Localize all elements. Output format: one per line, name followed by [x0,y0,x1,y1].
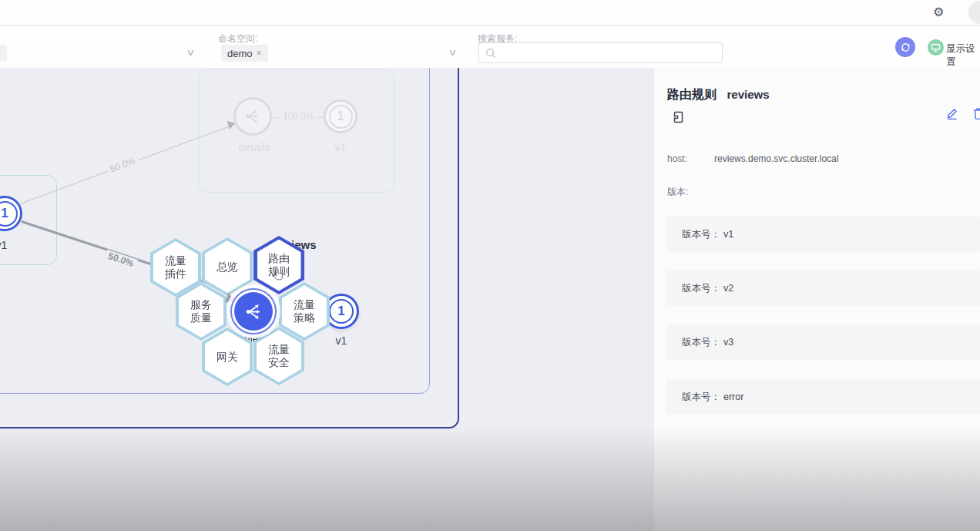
service-node-circle [234,292,273,331]
search-box[interactable] [478,42,723,63]
yaml-file-icon[interactable] [672,110,685,124]
routing-rules-panel: 路由规则 reviews host: reviews.demo.svc.clus… [654,68,980,531]
reviews-service-node[interactable] [230,288,277,334]
version-field-label: 版本号： [682,282,720,295]
delete-trash-icon[interactable] [972,107,980,120]
version-field-label: 版本号： [682,391,720,404]
chevron-down-icon[interactable]: ∨ [186,47,195,58]
host-row: host: reviews.demo.svc.cluster.local [667,153,687,164]
namespace-chip-demo[interactable]: demo × [221,45,268,62]
namespace-label: 命名空间: [218,32,257,45]
host-value: reviews.demo.svc.cluster.local [714,153,838,164]
menu-item-label: 流量 插件 [165,254,186,281]
details-group-box [198,69,394,193]
version-field-label: 版本号： [682,228,720,241]
cut-filter-chip[interactable]: × [0,45,7,62]
details-service-node[interactable] [233,97,272,136]
chevron-down-icon[interactable]: ∨ [448,47,457,58]
display-settings-label[interactable]: 显示设置 [946,42,980,69]
version-card[interactable]: 版本号： v3 [666,324,980,360]
refresh-button[interactable] [895,37,915,57]
panel-title-service: reviews [727,88,769,101]
monitor-icon [931,43,941,52]
search-icon [485,48,496,59]
traffic-split-icon [243,301,264,322]
version-card[interactable]: 版本号： error [666,379,980,415]
top-bar: ⚙ [0,0,980,25]
node-label-v1: v1 [325,141,356,153]
host-label: host: [667,153,687,164]
menu-item-label: 流量 安全 [268,343,290,369]
node-label-v1: v1 [326,334,357,347]
service-graph-canvas[interactable]: 100.0% 1 details v1 50.0% 50.0% 1 v1 [0,68,654,531]
panel-title: 路由规则 reviews [667,87,770,103]
menu-item-label: 总览 [216,260,238,274]
edit-pencil-icon[interactable] [945,107,958,120]
version-value: error [723,392,743,402]
version-value: v1 [723,229,733,240]
edge-label: 100.0% [280,111,317,122]
version-card[interactable]: 版本号： v1 [666,217,980,252]
version-badge: 1 [329,105,353,129]
filter-toolbar: × ∨ 命名空间: demo × ∨ 搜索服务: 显示设置 [0,26,980,68]
version-card[interactable]: 版本号： v2 [666,271,980,306]
panel-title-text: 路由规则 [667,88,717,101]
versions-label: 版本: [667,186,688,199]
close-icon[interactable]: × [257,49,262,58]
search-input[interactable] [501,46,722,59]
version-value: v3 [723,337,733,348]
node-label-v1: v1 [0,239,17,251]
menu-item-label: 服务 质量 [190,298,212,324]
corner-avatar-circle [968,1,980,24]
menu-item-label: 网关 [216,351,238,364]
refresh-icon [900,42,911,53]
traffic-split-icon [243,107,262,126]
namespace-chip-text: demo [227,48,253,59]
gear-icon[interactable]: ⚙ [933,5,944,19]
version-field-label: 版本号： [682,336,720,349]
menu-item-label: 流量 策略 [294,298,315,324]
node-label-details: details [227,141,281,153]
close-icon[interactable]: × [0,49,1,58]
version-badge: 1 [0,201,18,227]
hand-cursor-icon [271,267,286,283]
version-badge: 1 [329,299,354,324]
version-value: v2 [723,283,733,294]
details-v1-node[interactable]: 1 [324,99,357,133]
display-settings-button[interactable] [928,39,944,55]
